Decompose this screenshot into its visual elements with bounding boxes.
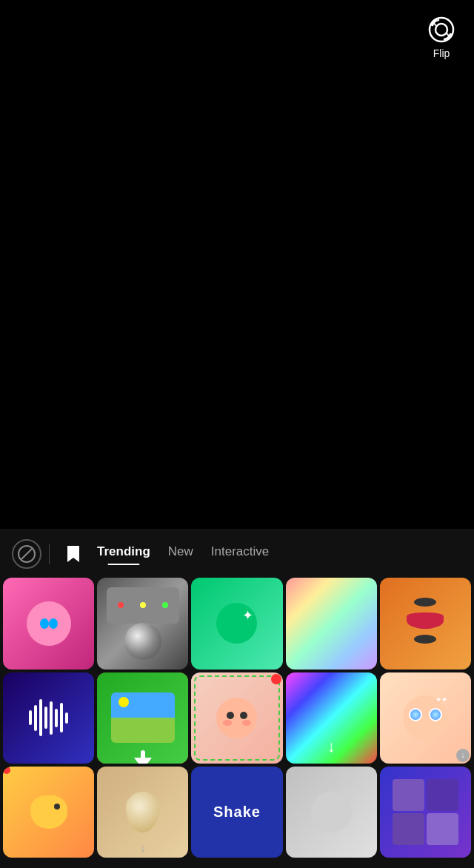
cute-eye-right: [240, 712, 247, 719]
lips-art: [407, 598, 444, 650]
filter-face-plain-inner: [286, 767, 377, 858]
sparkle-dots: ✦✦: [435, 695, 447, 704]
photo-strip-grid: [393, 779, 458, 845]
wave-bar-3: [39, 699, 42, 736]
silver-dot-green: [162, 602, 168, 608]
pink-eye-left: [40, 618, 49, 629]
filter-duck[interactable]: [3, 767, 94, 858]
svg-point-0: [430, 18, 453, 41]
duck-body: [30, 795, 67, 829]
cute-eye-left: [227, 712, 234, 719]
filter-sparkle-eyes-inner: ✦✦ ↓: [380, 672, 471, 764]
wave-bar-2: [34, 705, 37, 731]
sparkle-eye-left: [409, 708, 422, 721]
filter-shake-inner: Shake: [191, 767, 282, 858]
filter-download-image-inner: [97, 672, 188, 764]
tab-bar: Trending New Interactive: [0, 529, 474, 575]
photo-strip-cell-3: [393, 813, 424, 845]
photo-strip-cell-2: [427, 779, 458, 811]
silver-sphere: [124, 623, 161, 660]
grad-arrow-down: ↓: [327, 737, 336, 756]
filter-sparkle-eyes[interactable]: ✦✦ ↓: [380, 672, 471, 764]
photo-strip-cell-1: [393, 779, 424, 811]
plain-face: [311, 792, 352, 832]
flip-camera-icon: [425, 13, 458, 46]
filter-photo-strip-inner: [380, 767, 471, 858]
filter-download-image[interactable]: [97, 672, 188, 764]
green-star: ✦: [242, 607, 253, 624]
photo-strip-cell-4: [427, 813, 458, 845]
filter-audio-wave-inner: [3, 672, 94, 764]
no-filter-button[interactable]: [12, 539, 41, 569]
filter-green-mask-inner: ✦: [191, 578, 282, 669]
no-filter-icon: [18, 545, 36, 563]
cute-blush-right: [242, 720, 251, 726]
wave-bars: [29, 695, 68, 740]
wave-bar-4: [44, 707, 47, 729]
cute-blush-left: [223, 720, 232, 726]
filter-green-mask[interactable]: ✦: [191, 578, 282, 669]
silver-panel: [107, 587, 180, 624]
duck-eye: [54, 804, 60, 809]
tab-divider: [49, 544, 50, 564]
cute-face-circle: [216, 698, 257, 738]
bottom-panel: Trending New Interactive: [0, 529, 474, 868]
bookmark-button[interactable]: [60, 541, 87, 567]
dl-landscape: [111, 692, 175, 743]
pink-eye-right: [49, 618, 58, 629]
wave-bar-5: [50, 701, 53, 735]
tab-interactive[interactable]: Interactive: [211, 544, 269, 564]
sparkle-eye-right: [429, 708, 442, 721]
tabs-list: Trending New Interactive: [97, 544, 269, 564]
cute-badge: [271, 674, 281, 684]
wave-bar-7: [60, 703, 63, 732]
tab-trending[interactable]: Trending: [97, 544, 150, 564]
filter-duck-inner: [3, 767, 94, 858]
bookmark-icon: [66, 544, 81, 564]
sparkle-dl-badge: ↓: [456, 749, 470, 762]
grad-inner: ↓: [286, 672, 377, 764]
filter-pink-face-inner: [3, 578, 94, 669]
egg-shape: [126, 792, 159, 832]
filter-face-plain[interactable]: [286, 767, 377, 858]
dl-sun: [118, 697, 129, 707]
filter-colorful-blur[interactable]: [286, 578, 377, 669]
filter-egg-inner: ↓: [97, 767, 188, 858]
filter-silver-ball-inner: [97, 578, 188, 669]
filter-egg[interactable]: ↓: [97, 767, 188, 858]
dl-arrow: [134, 758, 152, 764]
wave-bar-8: [65, 712, 68, 724]
filter-shake[interactable]: Shake: [191, 767, 282, 858]
filter-lips-inner: [380, 578, 471, 669]
pink-face-circle: [27, 601, 71, 646]
filter-grid: ✦: [0, 575, 474, 861]
filter-lips[interactable]: [380, 578, 471, 669]
sparkle-face: ✦✦: [403, 695, 447, 740]
filter-silver-ball[interactable]: [97, 578, 188, 669]
camera-viewfinder: Flip: [0, 0, 474, 518]
filter-photo-strip[interactable]: [380, 767, 471, 858]
filter-audio-wave[interactable]: [3, 672, 94, 764]
tab-new[interactable]: New: [168, 544, 193, 564]
lips-shape: [407, 612, 444, 629]
shake-text: Shake: [213, 804, 261, 821]
filter-color-gradient[interactable]: ↓: [286, 672, 377, 764]
eye-icon-bottom: [414, 635, 436, 644]
filter-pink-face[interactable]: [3, 578, 94, 669]
filter-cute-face[interactable]: [191, 672, 282, 764]
filter-cute-face-inner: [191, 672, 282, 764]
egg-arrow: ↓: [140, 841, 146, 855]
wave-bar-1: [29, 710, 32, 725]
wave-bar-6: [55, 709, 58, 727]
eye-icon-top: [414, 598, 436, 607]
flip-label: Flip: [433, 47, 450, 59]
green-face: ✦: [216, 603, 257, 644]
svg-point-1: [435, 24, 447, 36]
silver-dot-yellow: [140, 602, 146, 608]
flip-button[interactable]: Flip: [425, 13, 458, 59]
colorblur-inner: [286, 578, 377, 669]
duck-badge: [3, 767, 10, 774]
silver-dot-red: [118, 602, 124, 608]
no-filter-line: [21, 549, 33, 561]
